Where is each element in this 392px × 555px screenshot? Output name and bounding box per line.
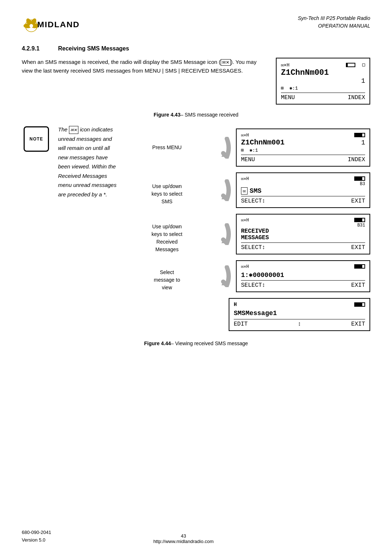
arrow4-icon <box>207 265 232 287</box>
step4-arrow <box>203 265 236 287</box>
intro-text: When an SMS message is received, the rad… <box>22 58 258 105</box>
step1-arrow <box>203 137 236 159</box>
note-label-box: NOTE <box>24 126 49 152</box>
intro-display: ✉✕H ◻ Z1ChnNm001 1 ⊞ ✱:1 MENU INDEX <box>269 58 370 105</box>
step5-display: H SMSMessage1 EDIT ↕ <box>229 298 370 331</box>
svg-point-5 <box>29 24 33 28</box>
note-text: The ✉✕ icon indicates unread messages an… <box>58 125 123 199</box>
svg-text:MIDLAND: MIDLAND <box>37 20 80 29</box>
section-number: 4.2.9.1 <box>22 45 51 52</box>
figure44-caption: Figure 4.44– Viewing received SMS messag… <box>22 340 370 346</box>
flow-section: Press MENU ✉✕H <box>131 125 370 337</box>
logo-area: MIDLAND <box>22 15 87 34</box>
header: MIDLAND Syn-Tech III P25 Portable Radio … <box>22 15 370 34</box>
step3-display: ✉✕H B31 RECEIVED MESSAGES <box>236 214 370 254</box>
midland-logo: MIDLAND <box>22 15 87 34</box>
page-number: 43 <box>51 533 316 539</box>
footer-version: Version 5.0 <box>22 536 51 544</box>
step1-display: ✉✕H Z1ChnNm001 1 <box>236 128 370 167</box>
step1-row: Press MENU ✉✕H <box>131 128 370 167</box>
flow-container: Press MENU ✉✕H <box>131 128 370 331</box>
page: MIDLAND Syn-Tech III P25 Portable Radio … <box>0 0 392 555</box>
step3-label: Use up/down keys to select Received Mess… <box>131 215 203 253</box>
radio-display-4: ✉✕H B31 RECEIVED MESSAGES <box>236 214 370 254</box>
step1-label: Press MENU <box>131 144 203 151</box>
arrow3-icon <box>207 223 232 245</box>
footer-center: 43 http://www.midlandradio.com <box>51 533 316 544</box>
note-section: NOTE The ✉✕ icon indicates unread messag… <box>22 125 123 337</box>
step2-arrow <box>203 179 236 201</box>
arrow1-icon <box>207 137 232 159</box>
note-label: NOTE <box>29 136 43 142</box>
footer-left: 680-090-2041 Version 5.0 <box>22 529 51 544</box>
step3-row: Use up/down keys to select Received Mess… <box>131 214 370 254</box>
arrow2-icon <box>207 179 232 201</box>
step5-row: H SMSMessage1 EDIT ↕ <box>131 298 370 331</box>
header-title: Syn-Tech III P25 Portable Radio OPERATIO… <box>298 15 371 30</box>
radio-display-6: H SMSMessage1 EDIT ↕ <box>229 298 370 331</box>
footer: 680-090-2041 Version 5.0 43 http://www.m… <box>22 529 370 544</box>
footer-doc-num: 680-090-2041 <box>22 529 51 536</box>
radio-display-1: ✉✕H ◻ Z1ChnNm001 1 ⊞ ✱:1 MENU INDEX <box>276 58 370 105</box>
step4-display: ✉✕H 1:✱00000001 SELECT↕ EXIT <box>236 260 370 292</box>
section-heading: 4.2.9.1 Receiving SMS Messages <box>22 45 370 52</box>
footer-url: http://www.midlandradio.com <box>51 539 316 544</box>
radio-display-3: ✉✕H B3 ✉ SMS <box>236 172 370 208</box>
intro-row: When an SMS message is received, the rad… <box>22 58 370 105</box>
figure43-caption: Figure 4.43– SMS message received <box>22 112 370 118</box>
radio-display-5: ✉✕H 1:✱00000001 SELECT↕ EXIT <box>236 260 370 292</box>
step3-arrow <box>203 223 236 245</box>
section-title: Receiving SMS Messages <box>58 45 129 52</box>
step2-row: Use up/down keys to select SMS ✉✕H <box>131 172 370 208</box>
step4-row: Select message to view ✉✕H <box>131 260 370 292</box>
step4-label: Select message to view <box>131 261 203 291</box>
step2-label: Use up/down keys to select SMS <box>131 175 203 205</box>
radio-display-2: ✉✕H Z1ChnNm001 1 <box>236 128 370 167</box>
note-icon-wrap: NOTE <box>22 125 51 199</box>
step2-display: ✉✕H B3 ✉ SMS <box>236 172 370 208</box>
